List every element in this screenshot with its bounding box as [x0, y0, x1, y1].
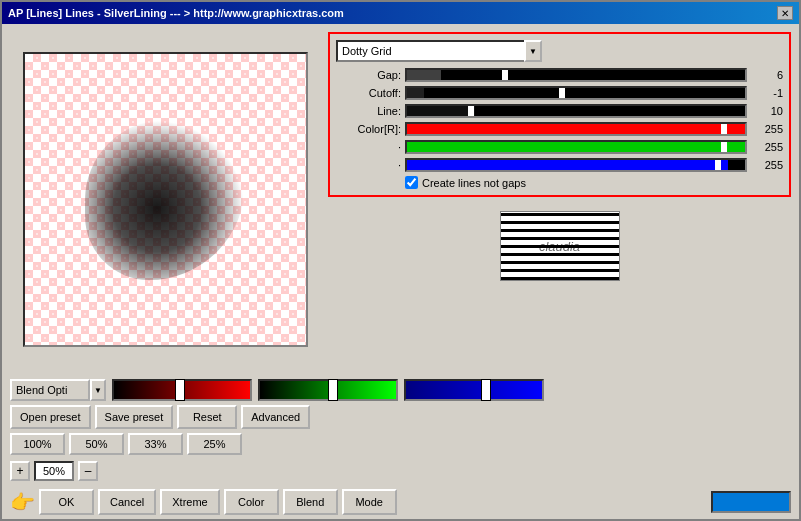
color-b-slider-row: · 255	[336, 158, 783, 172]
cutoff-slider-row: Cutoff: -1	[336, 86, 783, 100]
blend-arrow-icon[interactable]: ▼	[90, 379, 106, 401]
title-bar: AP [Lines] Lines - SilverLining --- > ht…	[2, 2, 799, 24]
preview-image: claudia	[500, 211, 620, 281]
effect-dropdown[interactable]: Dotty Grid	[336, 40, 526, 62]
color-b-label: ·	[336, 159, 401, 171]
save-preset-button[interactable]: Save preset	[95, 405, 174, 429]
cutoff-slider[interactable]	[405, 86, 747, 100]
stepper-row: + –	[10, 461, 791, 481]
color-button[interactable]: Color	[224, 489, 279, 515]
gap-label: Gap:	[336, 69, 401, 81]
line-value: 10	[751, 105, 783, 117]
ok-button[interactable]: OK	[39, 489, 94, 515]
gap-slider-row: Gap: 6	[336, 68, 783, 82]
main-content: Dotty Grid ▼ Gap: 6	[2, 24, 799, 375]
zoom-row: 100% 50% 33% 25%	[10, 433, 791, 455]
buttons-row: Open preset Save preset Reset Advanced	[10, 405, 791, 429]
color-g-value: 255	[751, 141, 783, 153]
left-panel	[10, 32, 320, 367]
line-label: Line:	[336, 105, 401, 117]
checkerboard-bg	[25, 54, 306, 345]
stepper-input[interactable]	[34, 461, 74, 481]
zoom-100-button[interactable]: 100%	[10, 433, 65, 455]
line-slider-row: Line: 10	[336, 104, 783, 118]
blend-select[interactable]: Blend Opti	[10, 379, 90, 401]
ok-section: 👉 OK Cancel Xtreme Color Blend Mode	[10, 489, 397, 515]
gap-value: 6	[751, 69, 783, 81]
checkbox-row: Create lines not gaps	[405, 176, 783, 189]
zoom-25-button[interactable]: 25%	[187, 433, 242, 455]
small-preview: claudia	[500, 211, 620, 281]
reset-button[interactable]: Reset	[177, 405, 237, 429]
hand-icon: 👉	[10, 490, 35, 514]
color-r-value: 255	[751, 123, 783, 135]
preview-text: claudia	[501, 212, 619, 280]
right-panel: Dotty Grid ▼ Gap: 6	[328, 32, 791, 367]
main-window: AP [Lines] Lines - SilverLining --- > ht…	[0, 0, 801, 521]
blend-row: Blend Opti ▼	[10, 379, 791, 401]
blue-blend-slider[interactable]	[404, 379, 544, 401]
zoom-50-button[interactable]: 50%	[69, 433, 124, 455]
dropdown-arrow-icon[interactable]: ▼	[524, 40, 542, 62]
open-preset-button[interactable]: Open preset	[10, 405, 91, 429]
bottom-action-row: 👉 OK Cancel Xtreme Color Blend Mode	[2, 485, 799, 519]
window-title: AP [Lines] Lines - SilverLining --- > ht…	[8, 7, 344, 19]
line-slider[interactable]	[405, 104, 747, 118]
stepper-minus-button[interactable]: –	[78, 461, 98, 481]
color-g-label: ·	[336, 141, 401, 153]
stepper-plus-button[interactable]: +	[10, 461, 30, 481]
advanced-button[interactable]: Advanced	[241, 405, 310, 429]
create-lines-label: Create lines not gaps	[422, 177, 526, 189]
color-r-label: Color[R]:	[336, 123, 401, 135]
dropdown-row: Dotty Grid ▼	[336, 40, 783, 62]
green-blend-slider[interactable]	[258, 379, 398, 401]
bottom-controls: Blend Opti ▼ Open preset Save preset Res…	[2, 375, 799, 485]
preview-canvas	[23, 52, 308, 347]
control-box: Dotty Grid ▼ Gap: 6	[328, 32, 791, 197]
color-b-slider[interactable]	[405, 158, 747, 172]
close-button[interactable]: ✕	[777, 6, 793, 20]
blue-indicator	[711, 491, 791, 513]
zoom-33-button[interactable]: 33%	[128, 433, 183, 455]
color-b-value: 255	[751, 159, 783, 171]
blend-dropdown: Blend Opti ▼	[10, 379, 106, 401]
cancel-button[interactable]: Cancel	[98, 489, 156, 515]
color-g-slider[interactable]	[405, 140, 747, 154]
color-r-slider-row: Color[R]: 255	[336, 122, 783, 136]
xtreme-button[interactable]: Xtreme	[160, 489, 219, 515]
color-r-slider[interactable]	[405, 122, 747, 136]
gap-slider[interactable]	[405, 68, 747, 82]
color-g-slider-row: · 255	[336, 140, 783, 154]
red-blend-slider[interactable]	[112, 379, 252, 401]
create-lines-checkbox[interactable]	[405, 176, 418, 189]
mode-button[interactable]: Mode	[342, 489, 397, 515]
blend-button[interactable]: Blend	[283, 489, 338, 515]
cutoff-value: -1	[751, 87, 783, 99]
cutoff-label: Cutoff:	[336, 87, 401, 99]
